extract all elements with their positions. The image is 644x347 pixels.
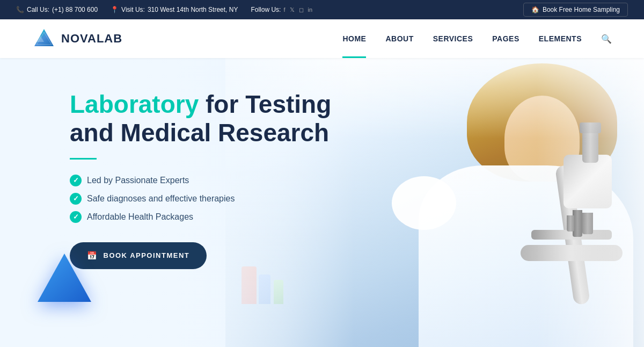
feature-label-2: Safe diagnoses and effective therapies <box>87 194 235 204</box>
logo-icon <box>32 27 56 50</box>
top-bar-right: 🏠 Book Free Home Sampling <box>523 3 628 17</box>
decorative-triangle <box>32 248 97 315</box>
nav-elements[interactable]: ELEMENTS <box>539 34 582 43</box>
check-icon-3 <box>70 211 82 223</box>
hero-title: Laboratory for Testingand Medical Resear… <box>70 90 331 147</box>
logo[interactable]: NOVALAB <box>32 27 122 50</box>
hero-section: Laboratory for Testingand Medical Resear… <box>0 58 644 347</box>
home-icon: 🏠 <box>531 6 539 13</box>
logo-text: NOVALAB <box>61 32 122 46</box>
visit-label: Visit Us: <box>121 6 145 13</box>
nav-pages[interactable]: PAGES <box>492 34 519 43</box>
feature-item-3: Affordable Health Packages <box>70 211 331 223</box>
hero-divider <box>70 158 97 160</box>
header: NOVALAB HOME ABOUT SERVICES PAGES ELEMEN… <box>0 19 644 58</box>
nav-services[interactable]: SERVICES <box>433 34 473 43</box>
twitter-icon[interactable]: 𝕏 <box>290 6 295 13</box>
book-home-sampling-label: Book Free Home Sampling <box>543 6 620 13</box>
triangle-svg <box>32 248 97 313</box>
facebook-icon[interactable]: f <box>283 6 285 13</box>
social-links: f 𝕏 ◻ in <box>283 6 312 13</box>
feature-label-1: Led by Passionate Experts <box>87 176 189 185</box>
instagram-icon[interactable]: ◻ <box>299 6 304 13</box>
follow-info: Follow Us: f 𝕏 ◻ in <box>251 6 312 13</box>
call-info: 📞 Call Us: (+1) 88 700 600 <box>16 6 98 13</box>
left-shoulder <box>392 176 456 230</box>
hero-content: Laboratory for Testingand Medical Resear… <box>70 90 331 269</box>
call-label: Call Us: <box>27 6 49 13</box>
top-bar: 📞 Call Us: (+1) 88 700 600 📍 Visit Us: 3… <box>0 0 644 19</box>
hero-title-highlight: Laboratory <box>70 90 199 118</box>
check-icon-2 <box>70 193 82 205</box>
call-number: (+1) 88 700 600 <box>52 6 98 13</box>
svg-marker-3 <box>38 254 91 302</box>
phone-icon: 📞 <box>16 6 24 13</box>
visit-info: 📍 Visit Us: 310 West 14th North Street, … <box>111 6 238 13</box>
feature-label-3: Affordable Health Packages <box>87 212 193 222</box>
visit-address: 310 West 14th North Street, NY <box>148 6 238 13</box>
hero-features-list: Led by Passionate Experts Safe diagnoses… <box>70 175 331 223</box>
search-icon[interactable]: 🔍 <box>601 34 612 44</box>
nav-home[interactable]: HOME <box>342 34 366 43</box>
top-bar-left: 📞 Call Us: (+1) 88 700 600 📍 Visit Us: 3… <box>16 6 312 13</box>
linkedin-icon[interactable]: in <box>308 6 313 13</box>
book-home-sampling-button[interactable]: 🏠 Book Free Home Sampling <box>523 3 628 17</box>
feature-item-2: Safe diagnoses and effective therapies <box>70 193 331 205</box>
location-icon: 📍 <box>111 6 119 13</box>
check-icon-1 <box>70 175 82 186</box>
nav-about[interactable]: ABOUT <box>385 34 413 43</box>
book-appointment-label: BOOK APPOINTMENT <box>104 251 190 259</box>
follow-label: Follow Us: <box>251 6 281 13</box>
main-nav: HOME ABOUT SERVICES PAGES ELEMENTS 🔍 <box>342 34 612 44</box>
feature-item-1: Led by Passionate Experts <box>70 175 331 186</box>
